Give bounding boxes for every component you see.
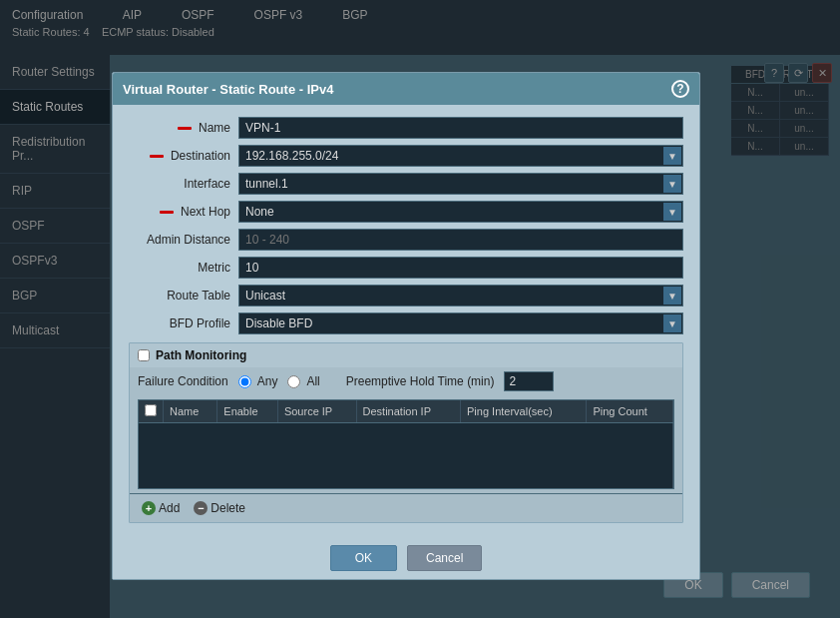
- input-metric[interactable]: [238, 257, 683, 279]
- required-mark-destination: [150, 155, 164, 158]
- th-source-ip: Source IP: [277, 400, 356, 423]
- modal-footer: OK Cancel: [113, 533, 699, 579]
- failure-condition-row: Failure Condition Any All Preemptive Hol…: [130, 367, 682, 395]
- th-ping-count: Ping Count: [587, 400, 673, 423]
- select-route-table[interactable]: Unicast Multicast Both: [238, 285, 683, 307]
- select-bfd-profile[interactable]: Disable BFD: [238, 312, 683, 334]
- label-bfd-profile: BFD Profile: [129, 316, 238, 330]
- radio-group-all: All: [287, 374, 319, 388]
- modal-titlebar: Virtual Router - Static Route - IPv4 ?: [113, 73, 699, 105]
- select-bfd-profile-wrap: Disable BFD ▼: [238, 312, 683, 334]
- th-ping-interval: Ping Interval(sec): [461, 400, 587, 423]
- delete-button[interactable]: − Delete: [190, 499, 249, 517]
- th-destination-ip: Destination IP: [356, 400, 461, 423]
- select-destination-wrap: 192.168.255.0/24 ▼: [238, 145, 683, 167]
- form-row-name: Name: [129, 117, 683, 139]
- preemptive-hold-label: Preemptive Hold Time (min): [346, 374, 495, 388]
- th-enable: Enable: [217, 400, 278, 423]
- preemptive-input[interactable]: [504, 371, 554, 391]
- select-interface[interactable]: tunnel.1: [238, 173, 683, 195]
- required-mark-name: [178, 127, 192, 130]
- label-admin-distance: Admin Distance: [129, 233, 238, 247]
- modal-dialog: Virtual Router - Static Route - IPv4 ? N…: [112, 72, 700, 580]
- path-monitoring-table: Name Enable Source IP Destination IP Pin…: [139, 400, 673, 488]
- required-mark-nexthop: [160, 211, 174, 214]
- table-toolbar: + Add − Delete: [130, 493, 682, 522]
- path-monitoring-table-header: Name Enable Source IP Destination IP Pin…: [139, 400, 673, 423]
- failure-condition-label: Failure Condition: [138, 374, 228, 388]
- path-monitoring-section: Path Monitoring Failure Condition Any Al…: [129, 342, 683, 523]
- select-nexthop[interactable]: None: [238, 201, 683, 223]
- radio-any[interactable]: [238, 375, 251, 388]
- modal-body: Name Destination 192.168.255.0/24 ▼ In: [113, 105, 699, 533]
- form-row-interface: Interface tunnel.1 ▼: [129, 173, 683, 195]
- th-name: Name: [164, 400, 217, 423]
- empty-row: [139, 423, 673, 488]
- form-row-admin-distance: Admin Distance: [129, 229, 683, 251]
- modal-title: Virtual Router - Static Route - IPv4: [123, 82, 333, 97]
- select-nexthop-wrap: None ▼: [238, 201, 683, 223]
- inner-table-wrap: Name Enable Source IP Destination IP Pin…: [138, 399, 674, 489]
- select-interface-wrap: tunnel.1 ▼: [238, 173, 683, 195]
- form-row-bfd-profile: BFD Profile Disable BFD ▼: [129, 312, 683, 334]
- path-monitoring-checkbox[interactable]: [138, 349, 150, 361]
- label-destination: Destination: [129, 149, 238, 163]
- form-row-destination: Destination 192.168.255.0/24 ▼: [129, 145, 683, 167]
- modal-help-icon[interactable]: ?: [671, 80, 689, 98]
- radio-any-label[interactable]: Any: [257, 374, 278, 388]
- select-all-checkbox[interactable]: [145, 404, 157, 416]
- label-route-table: Route Table: [129, 289, 238, 303]
- add-icon: +: [142, 501, 156, 515]
- path-monitoring-table-body: [139, 423, 673, 488]
- label-name: Name: [129, 121, 238, 135]
- label-interface: Interface: [129, 177, 238, 191]
- delete-icon: −: [194, 501, 208, 515]
- select-route-table-wrap: Unicast Multicast Both ▼: [238, 285, 683, 307]
- form-row-nexthop: Next Hop None ▼: [129, 201, 683, 223]
- form-row-route-table: Route Table Unicast Multicast Both ▼: [129, 285, 683, 307]
- radio-group-any: Any: [238, 374, 278, 388]
- label-metric: Metric: [129, 261, 238, 275]
- path-monitoring-header: Path Monitoring: [130, 343, 682, 367]
- add-button[interactable]: + Add: [138, 499, 184, 517]
- form-row-metric: Metric: [129, 257, 683, 279]
- path-monitoring-label[interactable]: Path Monitoring: [156, 348, 246, 362]
- modal-ok-button[interactable]: OK: [330, 545, 397, 571]
- input-admin-distance[interactable]: [238, 229, 683, 251]
- select-destination[interactable]: 192.168.255.0/24: [238, 145, 683, 167]
- modal-cancel-button[interactable]: Cancel: [407, 545, 482, 571]
- th-checkbox: [139, 400, 164, 423]
- label-nexthop: Next Hop: [129, 205, 238, 219]
- radio-all-label[interactable]: All: [306, 374, 319, 388]
- input-name[interactable]: [238, 117, 683, 139]
- radio-all[interactable]: [287, 375, 300, 388]
